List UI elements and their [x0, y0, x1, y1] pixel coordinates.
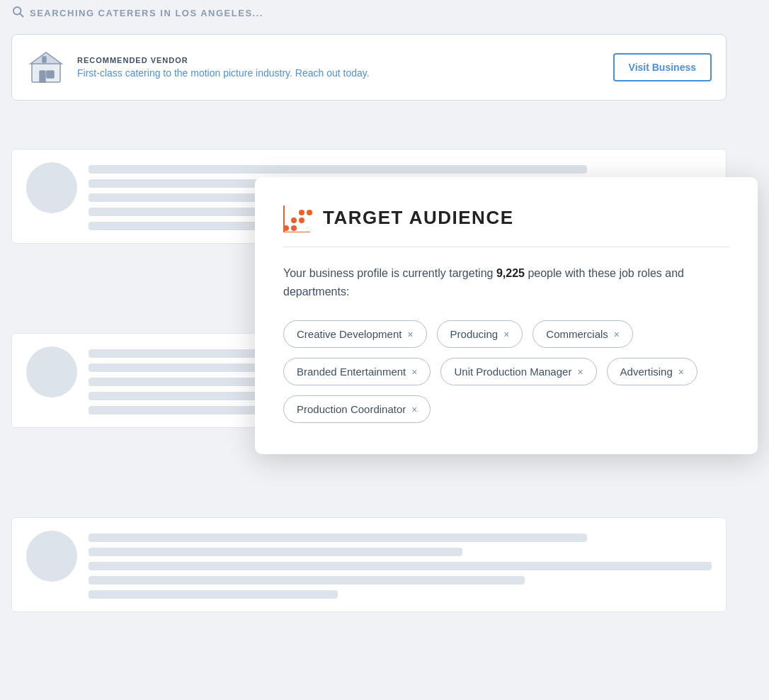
card-line — [89, 576, 525, 585]
avatar — [26, 162, 77, 213]
tag-remove-icon[interactable]: × — [678, 366, 684, 378]
modal-header: TARGET AUDIENCE — [283, 203, 729, 232]
tags-container: Creative Development × Producing × Comme… — [283, 320, 729, 423]
card-line — [89, 562, 712, 570]
modal-title: TARGET AUDIENCE — [323, 207, 514, 229]
svg-rect-6 — [42, 57, 46, 62]
card-line — [89, 165, 587, 174]
target-audience-modal: TARGET AUDIENCE Your business profile is… — [255, 177, 758, 454]
tag-production-coordinator[interactable]: Production Coordinator × — [283, 395, 431, 423]
vendor-description: First-class catering to the motion pictu… — [77, 67, 602, 79]
tag-label: Advertising — [620, 366, 673, 378]
tag-label: Commercials — [546, 328, 608, 340]
tag-remove-icon[interactable]: × — [503, 329, 509, 340]
tag-remove-icon[interactable]: × — [411, 366, 417, 378]
svg-rect-2 — [32, 62, 60, 82]
svg-rect-4 — [47, 71, 54, 78]
tag-label: Branded Entertainment — [297, 366, 406, 378]
tag-unit-production-manager[interactable]: Unit Production Manager × — [440, 358, 596, 385]
modal-divider — [283, 247, 729, 247]
search-bar-text: SEARCHING CATERERS IN LOS ANGELES... — [30, 8, 263, 18]
result-card-3 — [11, 517, 727, 612]
visit-business-button[interactable]: Visit Business — [613, 53, 712, 81]
svg-line-1 — [20, 13, 23, 16]
search-bar: SEARCHING CATERERS IN LOS ANGELES... — [0, 0, 769, 26]
modal-description: Your business profile is currently targe… — [283, 264, 729, 300]
tag-label: Producing — [450, 328, 499, 340]
svg-rect-3 — [40, 71, 45, 82]
tag-label: Unit Production Manager — [454, 366, 571, 378]
vendor-text: RECOMMENDED VENDOR First-class catering … — [77, 56, 602, 79]
vendor-icon — [26, 47, 66, 87]
tag-label: Creative Development — [297, 328, 401, 340]
tag-producing[interactable]: Producing × — [437, 320, 523, 348]
search-icon — [11, 5, 24, 21]
tag-remove-icon[interactable]: × — [577, 366, 583, 378]
card-line — [89, 548, 462, 556]
tag-advertising[interactable]: Advertising × — [607, 358, 697, 385]
vendor-banner: RECOMMENDED VENDOR First-class catering … — [11, 34, 727, 101]
tag-remove-icon[interactable]: × — [411, 404, 417, 415]
chart-icon — [283, 203, 313, 232]
tag-creative-development[interactable]: Creative Development × — [283, 320, 427, 348]
tag-commercials[interactable]: Commercials × — [532, 320, 633, 348]
tag-label: Production Coordinator — [297, 403, 406, 415]
card-line — [89, 534, 587, 542]
avatar — [26, 346, 77, 397]
tag-branded-entertainment[interactable]: Branded Entertainment × — [283, 358, 431, 385]
vendor-label: RECOMMENDED VENDOR — [77, 56, 602, 64]
avatar — [26, 531, 77, 582]
card-line — [89, 590, 338, 599]
tag-remove-icon[interactable]: × — [407, 329, 413, 340]
card-lines — [89, 531, 712, 599]
tag-remove-icon[interactable]: × — [614, 329, 620, 340]
